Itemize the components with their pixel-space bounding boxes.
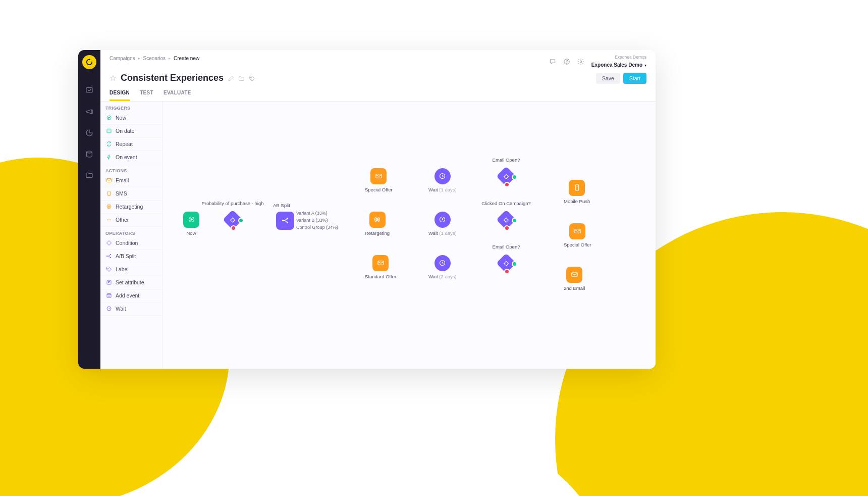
svg-point-34 xyxy=(377,219,377,220)
nav-rail xyxy=(78,50,100,369)
settings-icon[interactable] xyxy=(577,58,584,65)
project-selector[interactable]: Exponea Demos Exponea Sales Demo▾ xyxy=(591,55,646,69)
node-ab-split[interactable]: AB Split Variant A (33%) Variant B (33%)… xyxy=(276,212,294,230)
breadcrumb-current: Create new xyxy=(174,55,199,62)
node-clicked-campaign[interactable]: Clicked On Campaign? xyxy=(496,210,516,230)
breadcrumb-campaigns[interactable]: Campaigns xyxy=(110,55,135,62)
svg-point-21 xyxy=(107,268,108,269)
clock-icon xyxy=(105,306,112,312)
analytics-icon[interactable] xyxy=(84,128,94,138)
bolt-icon xyxy=(105,154,112,161)
svg-point-19 xyxy=(110,255,111,256)
tag-icon[interactable] xyxy=(249,75,255,81)
tab-test[interactable]: TEST xyxy=(140,90,153,101)
price-tag-icon xyxy=(105,266,112,273)
palette-other[interactable]: Other xyxy=(100,214,162,227)
calendar-plus-icon xyxy=(105,292,112,299)
email-icon xyxy=(566,267,582,283)
page-header: Campaigns ▸ Scenarios ▸ Create new Expon… xyxy=(100,50,656,101)
tab-evaluate[interactable]: EVALUATE xyxy=(164,90,191,101)
palette-set-attribute[interactable]: Set attribute xyxy=(100,276,162,289)
dots-icon xyxy=(105,217,112,223)
node-probability[interactable]: Probability of purchase - high xyxy=(223,210,243,230)
node-standard-offer[interactable]: Standard Offer xyxy=(365,255,396,279)
svg-point-5 xyxy=(580,61,582,63)
palette-wait[interactable]: Wait xyxy=(100,303,162,316)
svg-point-14 xyxy=(108,207,109,207)
email-icon xyxy=(372,255,389,271)
node-email-open-1[interactable]: Email Open? xyxy=(496,166,516,186)
save-button[interactable]: Save xyxy=(596,73,620,84)
svg-point-4 xyxy=(566,63,567,64)
node-special-offer-end[interactable]: Special Offer xyxy=(564,223,591,247)
palette-ab-split[interactable]: A/B Split xyxy=(100,250,162,263)
email-icon xyxy=(105,177,112,184)
feedback-icon[interactable] xyxy=(549,58,556,65)
palette-on-date[interactable]: On date xyxy=(100,125,162,138)
palette-condition[interactable]: Condition xyxy=(100,237,162,250)
campaigns-icon[interactable] xyxy=(84,107,94,117)
node-email-open-2[interactable]: Email Open? xyxy=(496,253,516,273)
node-wait-1[interactable]: Wait (1 days) xyxy=(428,168,457,192)
data-icon[interactable] xyxy=(84,149,94,159)
palette-repeat[interactable]: Repeat xyxy=(100,138,162,151)
palette-sms[interactable]: SMS xyxy=(100,187,162,201)
svg-rect-31 xyxy=(575,185,578,190)
files-icon[interactable] xyxy=(84,170,94,180)
palette-add-event[interactable]: Add event xyxy=(100,289,162,303)
flow-canvas[interactable]: Now Probability of purchase - high xyxy=(163,102,656,369)
start-button[interactable]: Start xyxy=(623,73,646,84)
svg-rect-8 xyxy=(107,129,111,133)
breadcrumb-scenarios[interactable]: Scenarios xyxy=(143,55,166,62)
email-icon xyxy=(370,168,387,184)
play-circle-icon xyxy=(105,115,112,121)
svg-point-0 xyxy=(89,59,90,60)
target-icon xyxy=(105,204,112,210)
node-special-offer[interactable]: Special Offer xyxy=(365,168,393,192)
tab-design[interactable]: DESIGN xyxy=(110,90,130,101)
svg-point-18 xyxy=(106,256,107,257)
triggers-header: TRIGGERS xyxy=(100,102,162,112)
flow-edges xyxy=(163,102,314,177)
folder-icon[interactable] xyxy=(238,75,245,81)
play-icon xyxy=(183,212,199,228)
svg-point-2 xyxy=(87,151,92,153)
svg-point-16 xyxy=(108,220,110,221)
scenario-title: Consistent Experiences xyxy=(121,73,224,83)
edit-title-icon[interactable] xyxy=(228,75,234,81)
dashboard-icon[interactable] xyxy=(84,85,94,95)
palette-retargeting[interactable]: Retargeting xyxy=(100,201,162,214)
palette-label[interactable]: Label xyxy=(100,263,162,276)
svg-point-17 xyxy=(110,220,111,221)
mobile-push-icon xyxy=(569,180,585,196)
split-variants: Variant A (33%) Variant B (33%) Control … xyxy=(296,210,338,231)
clock-icon xyxy=(435,255,451,271)
logo-icon xyxy=(86,59,93,66)
node-now[interactable]: Now xyxy=(183,212,199,236)
svg-point-28 xyxy=(287,222,288,223)
calendar-icon xyxy=(105,128,112,134)
favorite-icon[interactable] xyxy=(110,75,117,82)
svg-point-26 xyxy=(282,220,283,221)
palette-email[interactable]: Email xyxy=(100,174,162,187)
split-icon xyxy=(105,253,112,260)
palette-now[interactable]: Now xyxy=(100,112,162,125)
svg-point-6 xyxy=(251,77,251,78)
node-retargeting[interactable]: Retargeting xyxy=(365,212,390,236)
node-second-email[interactable]: 2nd Email xyxy=(564,267,585,291)
email-icon xyxy=(569,223,585,239)
diamond-icon xyxy=(105,240,112,246)
node-wait-3[interactable]: Wait (2 days) xyxy=(428,255,457,279)
operators-header: OPERATORS xyxy=(100,227,162,237)
app-window: Campaigns ▸ Scenarios ▸ Create new Expon… xyxy=(78,50,656,369)
svg-rect-22 xyxy=(107,280,111,284)
svg-point-20 xyxy=(110,258,111,259)
app-logo[interactable] xyxy=(82,55,96,69)
node-wait-2[interactable]: Wait (1 days) xyxy=(428,212,457,236)
palette-on-event[interactable]: On event xyxy=(100,151,162,164)
svg-point-27 xyxy=(287,218,288,219)
node-mobile-push[interactable]: Mobile Push xyxy=(564,180,590,204)
split-icon: Variant A (33%) Variant B (33%) Control … xyxy=(276,212,294,230)
clock-icon xyxy=(435,212,451,228)
help-icon[interactable] xyxy=(563,58,570,65)
